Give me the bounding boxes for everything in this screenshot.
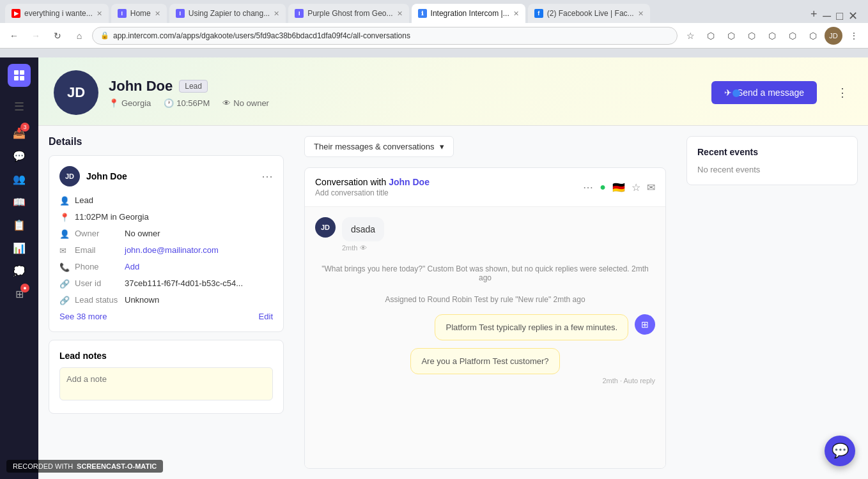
sidebar: ☰ 📥3💬👥📖📋📊💭⊞● <box>0 57 38 479</box>
conversation-card: Conversation with John Doe Add conversat… <box>304 167 666 469</box>
time-meta: 🕐 10:56PM <box>164 98 210 108</box>
chat-icon[interactable]: 💬 <box>8 144 31 167</box>
events-panel: Recent events No recent events <box>676 126 868 479</box>
send-message-label: Send a message <box>737 87 804 98</box>
list-icon[interactable]: 📋 <box>8 213 31 236</box>
send-message-button[interactable]: ✈ Send a message <box>711 81 817 104</box>
browser-tab-tab2[interactable]: I Home ✕ <box>111 4 167 23</box>
role-value: Lead <box>75 195 93 205</box>
browser-tab-tab3[interactable]: I Using Zapier to chang... ✕ <box>169 4 286 23</box>
minimize-button[interactable]: ─ <box>823 10 831 23</box>
message-content: dsada 2mth 👁 <box>342 217 384 252</box>
hamburger-menu[interactable]: ☰ <box>9 95 29 119</box>
tab-title: Purple Ghost from Geo... <box>307 9 392 18</box>
events-card: Recent events No recent events <box>686 136 858 185</box>
tab-close-icon[interactable]: ✕ <box>513 10 519 18</box>
back-button[interactable]: ← <box>5 27 23 45</box>
browser-tab-tab5[interactable]: ℹ Integration Intercom |... ✕ <box>412 4 525 23</box>
intercom-chat-button[interactable]: 💬 <box>825 436 855 466</box>
clock-icon: 🕐 <box>164 98 174 108</box>
lock-icon: 🔒 <box>100 31 109 40</box>
tab-close-icon[interactable]: ✕ <box>274 10 279 18</box>
contacts-icon[interactable]: 👥 <box>8 167 31 190</box>
book-icon[interactable]: 📖 <box>8 190 31 213</box>
tab-close-icon[interactable]: ✕ <box>155 10 160 18</box>
new-tab-button[interactable]: + <box>805 5 823 23</box>
extension-icon-4[interactable]: ⬡ <box>763 27 781 45</box>
notes-input[interactable] <box>59 367 273 400</box>
conv-status-icon[interactable]: ● <box>600 181 606 193</box>
svg-rect-2 <box>14 76 19 80</box>
home-button[interactable]: ⌂ <box>70 27 88 45</box>
conv-email-icon[interactable]: ✉ <box>647 181 655 194</box>
owner-detail-icon: 👤 <box>59 229 70 239</box>
profile-header: JD John Doe Lead 📍 Georgia 🕐 10:56PM <box>38 57 868 126</box>
bot-question-bubble: Are you a Platform Test customer? <box>410 348 559 374</box>
conv-more-icon[interactable]: ⋯ <box>583 181 593 194</box>
no-events-text: No recent events <box>697 165 847 174</box>
browser-tab-tab4[interactable]: I Purple Ghost from Geo... ✕ <box>288 4 408 23</box>
filter-bar: Their messages & conversations ▾ <box>304 136 666 157</box>
app-logo <box>8 64 31 87</box>
chat-bubble-icon: 💬 <box>832 443 849 459</box>
edit-button[interactable]: Edit <box>259 312 273 321</box>
apps-icon[interactable]: ⊞● <box>8 282 31 305</box>
userid-value: 37ceb111-f67f-4d01-b53c-c54... <box>125 278 243 288</box>
conv-title: Conversation with John Doe <box>315 177 430 187</box>
conversations-filter-button[interactable]: Their messages & conversations ▾ <box>304 136 454 157</box>
card-more-button[interactable]: ⋯ <box>261 169 273 183</box>
extension-icon-6[interactable]: ⬡ <box>804 27 822 45</box>
email-value[interactable]: john.doe@mailinator.com <box>125 245 219 255</box>
close-button[interactable]: ✕ <box>848 9 858 23</box>
details-card: JD John Doe ⋯ 👤 Lead 📍 11:02PM in Georgi… <box>49 155 284 332</box>
menu-icon[interactable]: ⋮ <box>845 27 863 45</box>
card-avatar: JD <box>59 166 80 186</box>
time-text: 10:56PM <box>176 98 210 108</box>
inbox-icon[interactable]: 📥3 <box>8 121 31 144</box>
reload-button[interactable]: ↻ <box>49 27 66 45</box>
extension-icon-3[interactable]: ⬡ <box>743 27 761 45</box>
app-layout: ☰ 📥3💬👥📖📋📊💭⊞● JD John Doe Lead 📍 Georgia <box>0 57 868 479</box>
extension-icon-5[interactable]: ⬡ <box>784 27 802 45</box>
address-text: app.intercom.com/a/apps/dgakoote/users/5… <box>113 31 410 40</box>
maximize-button[interactable]: □ <box>836 10 843 23</box>
extension-icon-1[interactable]: ⬡ <box>702 27 720 45</box>
message-bubble: dsada <box>342 217 384 241</box>
owner-text: No owner <box>233 98 269 108</box>
tab-close-icon[interactable]: ✕ <box>97 10 102 18</box>
see-more-button[interactable]: See 38 more <box>59 312 107 321</box>
tab-title: Using Zapier to chang... <box>189 9 270 18</box>
browser-tab-tab1[interactable]: ▶ everything i wante... ✕ <box>5 4 109 23</box>
card-user-name: John Doe <box>86 171 127 181</box>
events-title: Recent events <box>697 147 847 157</box>
address-bar[interactable]: 🔒 app.intercom.com/a/apps/dgakoote/users… <box>92 27 678 45</box>
bot-bubble-area: Platform Test typically replies in a few… <box>435 314 628 340</box>
tab-close-icon[interactable]: ✕ <box>638 10 644 18</box>
profile-icon[interactable]: JD <box>825 27 842 45</box>
conv-star-icon[interactable]: ☆ <box>632 181 640 194</box>
badge: ● <box>20 284 29 293</box>
browser-tab-tab6[interactable]: f (2) Facebook Live | Fac... ✕ <box>528 4 650 23</box>
phone-icon: 📞 <box>59 262 70 272</box>
chart-icon[interactable]: 📊 <box>8 236 31 259</box>
card-user: JD John Doe <box>59 166 127 186</box>
detail-phone: 📞 Phone Add <box>59 262 273 272</box>
phone-add-button[interactable]: Add <box>125 262 139 271</box>
profile-name-row: John Doe Lead <box>109 78 701 95</box>
message-icon[interactable]: 💭 <box>8 259 31 282</box>
bookmark-star-icon[interactable]: ☆ <box>681 27 699 45</box>
tab-close-icon[interactable]: ✕ <box>397 10 403 18</box>
send-icon: ✈ <box>724 87 732 98</box>
header-more-button[interactable]: ⋮ <box>832 82 853 103</box>
lead-notes-card: Lead notes <box>49 340 284 414</box>
conv-title-area: Conversation with John Doe Add conversat… <box>315 177 430 197</box>
leadstatus-value: Unknown <box>125 295 159 305</box>
detail-email: ✉ Email john.doe@mailinator.com <box>59 245 273 255</box>
bot-message-1: Platform Test typically replies in a few… <box>315 314 655 340</box>
detail-leadstatus: 🔗 Lead status Unknown <box>59 295 273 305</box>
forward-button[interactable]: → <box>27 27 45 45</box>
location-meta: 📍 Georgia <box>109 98 151 108</box>
extension-icon-2[interactable]: ⬡ <box>722 27 740 45</box>
conv-actions: ⋯ ● 🇩🇪 ☆ ✉ <box>583 181 655 194</box>
toolbar-icons: ☆ ⬡ ⬡ ⬡ ⬡ ⬡ ⬡ JD ⋮ <box>681 27 863 45</box>
